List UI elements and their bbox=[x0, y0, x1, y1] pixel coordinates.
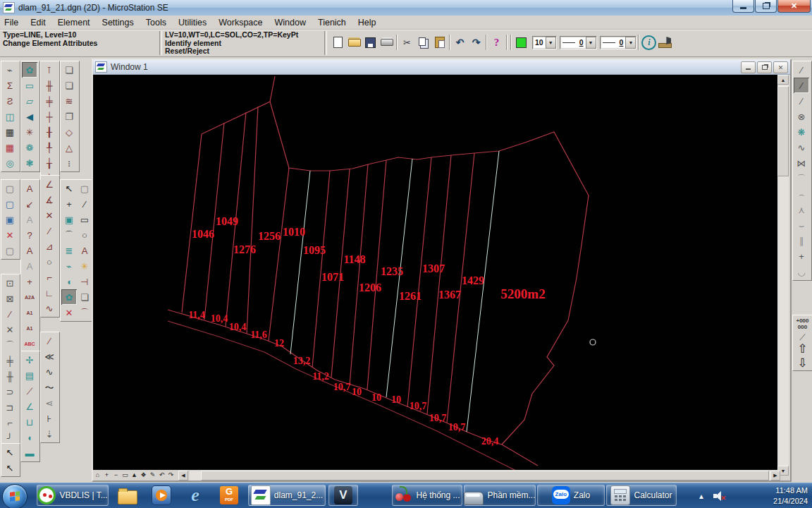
scrollbar-thumb[interactable] bbox=[201, 471, 769, 480]
tool-icon[interactable]: ╀ bbox=[42, 140, 57, 155]
tool-icon[interactable]: ▦ bbox=[2, 124, 18, 140]
tool-icon[interactable]: Σ bbox=[2, 78, 18, 93]
tray-expand-icon[interactable]: ▲ bbox=[698, 492, 705, 500]
menu-tienich[interactable]: Tienich bbox=[318, 18, 346, 28]
print-button[interactable] bbox=[379, 34, 395, 51]
tool-icon[interactable]: ▱ bbox=[22, 93, 37, 109]
tool-icon[interactable]: ↙ bbox=[22, 196, 37, 212]
tool-icon[interactable]: ⊺ bbox=[42, 62, 57, 78]
taskbar-item-vapp[interactable]: V bbox=[328, 485, 358, 506]
copy-button[interactable] bbox=[415, 34, 431, 51]
window-1-minimize-button[interactable] bbox=[741, 61, 756, 73]
tool-icon[interactable]: ❏ bbox=[61, 62, 77, 78]
tool-icon[interactable]: ∟ bbox=[42, 285, 57, 301]
tool-icon[interactable]: ╫ bbox=[42, 78, 57, 93]
taskbar-item-ie[interactable]: e bbox=[180, 485, 210, 506]
tool-icon[interactable]: ▭ bbox=[22, 78, 37, 93]
tool-icon[interactable]: ⇣ bbox=[42, 426, 57, 442]
tool-icon[interactable]: ⊠ bbox=[2, 291, 18, 306]
tool-icon[interactable]: ✕ bbox=[61, 305, 77, 320]
view-tool-icon[interactable]: ▭ bbox=[121, 471, 130, 480]
tool-icon[interactable]: ┼ bbox=[42, 109, 57, 124]
scroll-right-button[interactable]: ▶ bbox=[770, 471, 780, 480]
tool-icon[interactable]: A bbox=[77, 243, 92, 258]
taskbar-item-folder[interactable] bbox=[113, 485, 142, 506]
down-arrow-icon[interactable]: ⇩ bbox=[793, 356, 812, 370]
tool-icon[interactable]: ✳ bbox=[22, 124, 37, 140]
tool-icon[interactable]: ∠ bbox=[42, 176, 57, 192]
menu-file[interactable]: File bbox=[4, 18, 18, 28]
tool-icon[interactable]: ▦ bbox=[2, 140, 18, 155]
level-dropdown[interactable]: 10▼ bbox=[532, 36, 557, 49]
tool-icon[interactable]: ⊦ bbox=[42, 411, 57, 426]
tool-icon[interactable]: A2A bbox=[22, 289, 37, 305]
tool-icon[interactable]: ⊗ bbox=[794, 109, 809, 124]
tool-icon[interactable]: ⁝ bbox=[61, 155, 77, 171]
new-file-button[interactable] bbox=[330, 34, 346, 51]
tool-icon[interactable]: ∥ bbox=[794, 233, 809, 248]
tool-icon[interactable]: ⌁ bbox=[2, 62, 18, 78]
taskbar-item-cherry[interactable]: Hệ thống ... bbox=[392, 485, 462, 506]
tool-icon[interactable]: ⋖ bbox=[42, 395, 57, 411]
tool-icon[interactable]: + bbox=[22, 274, 37, 289]
help-button[interactable]: ? bbox=[488, 34, 505, 51]
tool-icon[interactable]: ❁ bbox=[22, 140, 37, 155]
tool-icon[interactable]: ⌒ bbox=[2, 337, 18, 353]
tool-icon[interactable]: A bbox=[22, 243, 37, 258]
tool-icon[interactable]: ╂ bbox=[42, 124, 57, 140]
scroll-left-button[interactable]: ◀ bbox=[178, 471, 188, 480]
tool-icon[interactable]: ❏ bbox=[61, 78, 77, 93]
taskbar-item-zalo[interactable]: Zalo bbox=[537, 485, 605, 506]
restore-button[interactable] bbox=[755, 0, 777, 13]
menu-help[interactable]: Help bbox=[358, 18, 376, 28]
menu-window[interactable]: Window bbox=[275, 18, 306, 28]
taskbar-item-coccoc[interactable]: VBDLIS | T... bbox=[37, 485, 109, 506]
tool-icon[interactable]: ✿ bbox=[22, 62, 37, 78]
tool-icon[interactable]: ⌒ bbox=[77, 305, 92, 320]
tool-icon[interactable]: ✢ bbox=[22, 352, 37, 368]
tool-icon[interactable]: ⌁ bbox=[61, 258, 77, 274]
tool-icon[interactable]: ⌒ bbox=[61, 227, 77, 243]
chevron-down-icon[interactable]: ▼ bbox=[625, 37, 636, 49]
tool-icon[interactable]: △ bbox=[61, 140, 77, 155]
window-1-close-button[interactable]: ✕ bbox=[773, 61, 788, 73]
tool-icon[interactable]: ∕ bbox=[2, 306, 18, 322]
taskbar-item-microstation[interactable]: dlam_91_2... bbox=[248, 485, 326, 506]
tool-icon[interactable]: ▬ bbox=[22, 445, 37, 461]
tool-icon[interactable]: ∕ bbox=[77, 196, 92, 212]
horizontal-scrollbar[interactable]: ▶ bbox=[190, 471, 780, 480]
taskbar-item-wmp[interactable] bbox=[147, 485, 176, 506]
drawing-canvas[interactable]: 1046104912761256101010951071114812061235… bbox=[93, 75, 779, 471]
info-button[interactable]: i bbox=[641, 34, 657, 51]
slope-tool-icon[interactable]: ⟋ bbox=[793, 332, 812, 342]
tool-icon[interactable]: ⊐ bbox=[2, 399, 18, 415]
tool-icon[interactable]: ∕ bbox=[42, 223, 57, 238]
tool-icon[interactable]: ↖ bbox=[2, 460, 18, 476]
vertical-scrollbar[interactable]: ▲ ▼ bbox=[777, 75, 789, 476]
tool-icon[interactable]: ⊃ bbox=[2, 384, 18, 399]
tool-icon[interactable]: ▭ bbox=[77, 212, 92, 227]
tool-icon[interactable]: A bbox=[22, 181, 37, 196]
tool-icon[interactable]: ⌒ bbox=[794, 171, 809, 186]
tool-icon[interactable]: ↖ bbox=[61, 181, 77, 196]
window-1-restore-button[interactable] bbox=[757, 61, 772, 73]
tool-icon[interactable]: ✕ bbox=[42, 207, 57, 223]
tool-icon[interactable]: ○ bbox=[42, 254, 57, 270]
tool-icon[interactable]: A bbox=[22, 212, 37, 227]
tool-settings-icon[interactable] bbox=[657, 35, 672, 50]
tool-icon[interactable]: ⌢ bbox=[794, 186, 809, 202]
tool-icon[interactable]: ⋏ bbox=[794, 202, 809, 217]
tool-icon[interactable]: ∕ bbox=[794, 93, 809, 109]
tool-icon[interactable]: ◖ bbox=[61, 274, 77, 289]
taskbar-item-foxit[interactable]: GPDF bbox=[214, 485, 244, 506]
tool-icon[interactable]: ∿ bbox=[794, 140, 809, 155]
menu-workspace[interactable]: Workspace bbox=[219, 18, 262, 28]
window-1-title-bar[interactable]: Window 1 ✕ bbox=[93, 60, 790, 75]
tool-icon[interactable]: ∡ bbox=[42, 192, 57, 207]
active-color-swatch[interactable] bbox=[513, 34, 529, 51]
tool-icon[interactable]: ▣ bbox=[61, 212, 77, 227]
view-tool-icon[interactable]: ↶ bbox=[157, 471, 166, 480]
tool-icon[interactable]: A bbox=[22, 258, 37, 274]
start-button[interactable] bbox=[2, 484, 27, 508]
tool-icon[interactable]: ∕ bbox=[794, 62, 809, 78]
